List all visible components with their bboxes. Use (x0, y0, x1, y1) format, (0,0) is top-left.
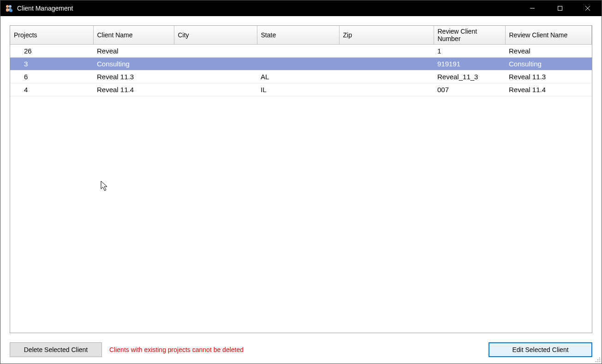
cell-client-name: Reveal 11.3 (93, 70, 174, 83)
table-row[interactable]: 3Consulting919191Consulting (10, 58, 592, 70)
bottom-bar: Delete Selected Client Clients with exis… (0, 338, 602, 364)
cell-client-name: Consulting (93, 58, 174, 70)
close-icon (585, 6, 590, 11)
resize-grip[interactable] (593, 355, 601, 363)
content-area: Projects Client Name City State Zip Revi… (0, 16, 602, 338)
cell-review-client-number: 919191 (434, 58, 505, 70)
cell-review-client-number: 1 (434, 45, 505, 58)
maximize-button[interactable] (546, 0, 574, 16)
header-projects[interactable]: Projects (10, 26, 93, 45)
window-controls (519, 0, 602, 16)
minimize-icon (530, 6, 535, 11)
cell-zip (339, 58, 434, 70)
clients-table-container[interactable]: Projects Client Name City State Zip Revi… (10, 25, 592, 333)
cell-review-client-name: Reveal 11.4 (505, 83, 592, 96)
cell-projects: 4 (10, 83, 93, 96)
resize-grip-icon (593, 355, 601, 363)
cell-client-name: Reveal (93, 45, 174, 58)
cell-zip (339, 45, 434, 58)
svg-point-4 (10, 9, 12, 12)
svg-point-13 (597, 361, 598, 362)
svg-point-11 (599, 359, 600, 360)
svg-rect-2 (6, 8, 9, 12)
table-header-row: Projects Client Name City State Zip Revi… (10, 26, 592, 45)
header-client-name[interactable]: Client Name (93, 26, 174, 45)
cell-projects: 26 (10, 45, 93, 58)
svg-point-9 (599, 358, 600, 358)
cell-review-client-name: Reveal (505, 45, 592, 58)
window-title: Client Management (17, 5, 519, 12)
svg-point-1 (9, 5, 12, 8)
table-row[interactable]: 26Reveal1Reveal (10, 45, 592, 58)
cell-city (174, 83, 257, 96)
titlebar[interactable]: Client Management (0, 0, 602, 16)
svg-point-12 (596, 361, 596, 362)
header-review-client-name[interactable]: Review Client Name (505, 26, 592, 45)
cell-state (257, 58, 339, 70)
clients-table: Projects Client Name City State Zip Revi… (10, 26, 592, 96)
cell-client-name: Reveal 11.4 (93, 83, 174, 96)
cell-state: AL (257, 70, 339, 83)
svg-point-14 (599, 361, 600, 362)
cell-review-client-number: Reveal_11_3 (434, 70, 505, 83)
header-city[interactable]: City (174, 26, 257, 45)
cell-review-client-name: Consulting (505, 58, 592, 70)
cell-city (174, 58, 257, 70)
svg-rect-6 (558, 6, 562, 11)
close-button[interactable] (574, 0, 602, 16)
cell-state (257, 45, 339, 58)
maximize-icon (557, 6, 563, 11)
delete-selected-client-button[interactable]: Delete Selected Client (10, 342, 102, 357)
cell-projects: 3 (10, 58, 93, 70)
cell-city (174, 45, 257, 58)
edit-selected-client-button[interactable]: Edit Selected Client (489, 342, 592, 357)
cell-projects: 6 (10, 70, 93, 83)
table-row[interactable]: 4Reveal 11.4IL007Reveal 11.4 (10, 83, 592, 96)
table-row[interactable]: 6Reveal 11.3ALReveal_11_3Reveal 11.3 (10, 70, 592, 83)
svg-point-0 (6, 5, 9, 8)
svg-point-10 (597, 359, 598, 360)
header-state[interactable]: State (257, 26, 339, 45)
cell-zip (339, 70, 434, 83)
client-management-window: Client Management Projects Cl (0, 0, 602, 364)
cell-review-client-number: 007 (434, 83, 505, 96)
header-review-client-number[interactable]: Review Client Number (434, 26, 505, 45)
header-zip[interactable]: Zip (339, 26, 434, 45)
status-message: Clients with existing projects cannot be… (109, 346, 244, 353)
app-icon (4, 4, 13, 13)
cell-zip (339, 83, 434, 96)
cell-review-client-name: Reveal 11.3 (505, 70, 592, 83)
minimize-button[interactable] (519, 0, 546, 16)
cell-state: IL (257, 83, 339, 96)
cell-city (174, 70, 257, 83)
